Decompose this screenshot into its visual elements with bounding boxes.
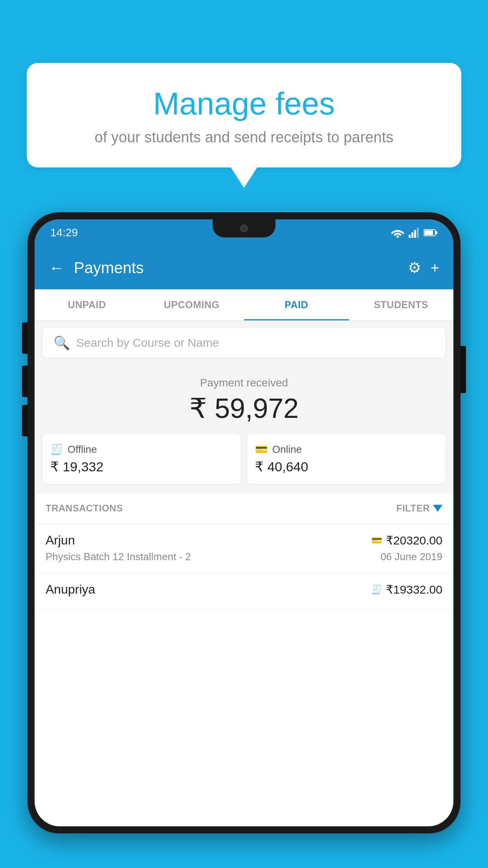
online-card-header: 💳 Online bbox=[255, 443, 438, 456]
app-bar: ← Payments ⚙ + bbox=[35, 246, 453, 289]
wifi-icon bbox=[391, 228, 405, 238]
transaction-amount: ₹19332.00 bbox=[386, 583, 442, 596]
gear-button[interactable]: ⚙ bbox=[408, 259, 421, 276]
status-icons bbox=[391, 228, 438, 238]
payment-received-amount: ₹ 59,972 bbox=[42, 392, 446, 425]
status-time: 14:29 bbox=[50, 226, 78, 239]
bubble-subtitle: of your students and send receipts to pa… bbox=[46, 129, 442, 146]
speech-bubble: Manage fees of your students and send re… bbox=[27, 63, 461, 167]
phone-outer: 14:29 bbox=[28, 212, 460, 833]
signal-icon bbox=[409, 228, 420, 238]
filter-button[interactable]: FILTER bbox=[396, 503, 442, 514]
svg-rect-4 bbox=[417, 228, 419, 238]
tab-paid[interactable]: PAID bbox=[244, 289, 349, 320]
transaction-amount: ₹20320.00 bbox=[386, 533, 442, 547]
transaction-amount-row: 💳 ₹20320.00 bbox=[371, 533, 442, 547]
transaction-row1: Arjun 💳 ₹20320.00 bbox=[46, 533, 442, 548]
svg-rect-2 bbox=[411, 232, 413, 238]
offline-card: 🧾 Offline ₹ 19,332 bbox=[42, 434, 241, 484]
transaction-name: Arjun bbox=[46, 533, 75, 548]
payment-received-label: Payment received bbox=[42, 377, 446, 389]
search-bar[interactable]: 🔍 Search by Course or Name bbox=[42, 328, 446, 358]
tab-unpaid[interactable]: UNPAID bbox=[35, 289, 139, 320]
phone-inner: 14:29 bbox=[35, 219, 453, 826]
app-title: Payments bbox=[74, 259, 398, 277]
transactions-label: TRANSACTIONS bbox=[46, 503, 123, 514]
phone-container: 14:29 bbox=[28, 212, 460, 868]
battery-icon bbox=[424, 229, 438, 237]
online-label: Online bbox=[272, 443, 302, 456]
transactions-header: TRANSACTIONS FILTER bbox=[35, 493, 453, 524]
svg-rect-1 bbox=[409, 235, 411, 238]
bubble-title: Manage fees bbox=[46, 86, 442, 121]
transaction-amount-row: 🧾 ₹19332.00 bbox=[371, 583, 442, 596]
back-button[interactable]: ← bbox=[49, 259, 64, 277]
search-placeholder: Search by Course or Name bbox=[76, 336, 219, 349]
tab-upcoming[interactable]: UPCOMING bbox=[139, 289, 244, 320]
transaction-row1: Anupriya 🧾 ₹19332.00 bbox=[46, 582, 442, 597]
transaction-name: Anupriya bbox=[46, 582, 95, 597]
add-button[interactable]: + bbox=[431, 259, 439, 276]
online-icon: 💳 bbox=[255, 443, 268, 456]
online-card: 💳 Online ₹ 40,640 bbox=[247, 434, 446, 484]
tab-students[interactable]: STUDENTS bbox=[349, 289, 454, 320]
online-amount: ₹ 40,640 bbox=[255, 459, 438, 474]
transaction-item[interactable]: Anupriya 🧾 ₹19332.00 bbox=[35, 573, 453, 610]
offline-label: Offline bbox=[68, 443, 97, 456]
search-container: 🔍 Search by Course or Name bbox=[35, 321, 453, 365]
phone-notch bbox=[213, 219, 275, 237]
camera-dot bbox=[240, 224, 248, 232]
offline-card-header: 🧾 Offline bbox=[50, 443, 233, 456]
transaction-row2: Physics Batch 12 Installment - 2 06 June… bbox=[46, 551, 442, 563]
payment-received-section: Payment received ₹ 59,972 bbox=[35, 365, 453, 434]
transaction-online-icon: 💳 bbox=[371, 535, 382, 546]
filter-triangle-icon bbox=[433, 505, 442, 512]
transaction-date: 06 June 2019 bbox=[380, 551, 442, 563]
transaction-offline-icon: 🧾 bbox=[371, 585, 382, 595]
svg-rect-7 bbox=[436, 231, 437, 234]
svg-rect-6 bbox=[424, 230, 433, 235]
search-icon: 🔍 bbox=[53, 335, 70, 351]
transaction-item[interactable]: Arjun 💳 ₹20320.00 Physics Batch 12 Insta… bbox=[35, 524, 453, 573]
tabs: UNPAID UPCOMING PAID STUDENTS bbox=[35, 289, 453, 321]
transaction-course: Physics Batch 12 Installment - 2 bbox=[46, 551, 191, 563]
offline-icon: 🧾 bbox=[50, 443, 63, 456]
payment-cards: 🧾 Offline ₹ 19,332 💳 Online ₹ 40,640 bbox=[35, 434, 453, 493]
offline-amount: ₹ 19,332 bbox=[50, 459, 233, 474]
filter-label: FILTER bbox=[396, 503, 430, 514]
svg-point-0 bbox=[396, 235, 399, 238]
svg-rect-3 bbox=[414, 230, 416, 238]
